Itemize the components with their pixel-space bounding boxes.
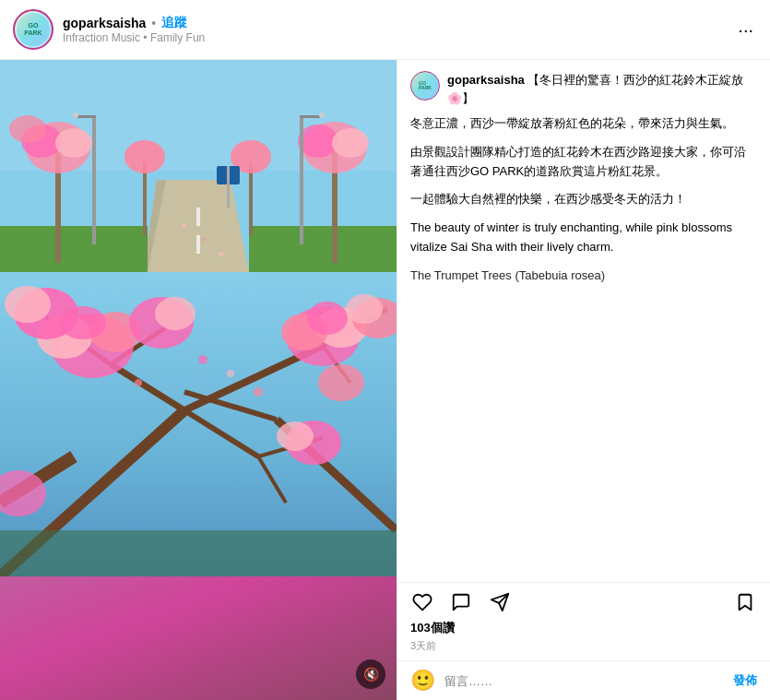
username-row: goparksaisha • 追蹤 <box>63 15 734 31</box>
sound-off-icon: 🔇 <box>363 667 379 682</box>
image-bottom: 🔇 <box>0 272 397 700</box>
post-body: 🔇 GOPARK goparksaisha 【冬日裡的驚喜！西沙的紅花鈴木正綻放… <box>0 60 770 700</box>
comment-button[interactable] <box>449 590 473 614</box>
svg-rect-25 <box>300 115 320 118</box>
svg-point-61 <box>277 421 314 451</box>
more-options-button[interactable]: ··· <box>734 20 757 39</box>
avatar-logo: GOPARK <box>17 13 50 46</box>
caption-avatar: GOPARK <box>410 71 440 101</box>
time-ago: 3天前 <box>397 638 770 660</box>
svg-point-29 <box>182 224 187 228</box>
svg-point-12 <box>9 115 46 143</box>
svg-point-23 <box>73 113 78 118</box>
sound-off-badge[interactable]: 🔇 <box>356 659 385 689</box>
svg-point-64 <box>198 355 207 364</box>
bookmark-icon <box>735 592 755 612</box>
svg-point-31 <box>219 252 224 255</box>
caption-paragraph-5: The Trumpet Trees (Tabebuia rosea) <box>410 267 757 286</box>
caption-paragraph-3: 一起體驗大自然裡的快樂，在西沙感受冬天的活力！ <box>410 190 757 209</box>
svg-point-18 <box>124 140 165 173</box>
svg-point-65 <box>135 379 142 386</box>
caption-body: 冬意正濃，西沙一帶綻放著粉紅色的花朵，帶來活力與生氣。 由景觀設計團隊精心打造的… <box>397 114 770 582</box>
avatar: GOPARK <box>13 9 53 50</box>
svg-rect-24 <box>300 115 303 244</box>
svg-rect-22 <box>76 115 96 118</box>
svg-rect-68 <box>0 530 397 576</box>
caption-text: goparksaisha 【冬日裡的驚喜！西沙的紅花鈴木正綻放🌸】 <box>447 71 757 107</box>
svg-point-30 <box>201 239 205 242</box>
svg-point-48 <box>307 302 348 335</box>
caption-header: GOPARK goparksaisha 【冬日裡的驚喜！西沙的紅花鈴木正綻放🌸】 <box>397 60 770 114</box>
svg-point-16 <box>332 128 369 158</box>
share-button[interactable] <box>488 590 512 614</box>
svg-point-58 <box>155 297 195 330</box>
svg-point-54 <box>5 286 51 323</box>
svg-rect-28 <box>227 166 230 208</box>
username: goparksaisha <box>63 16 146 30</box>
svg-rect-6 <box>0 226 148 272</box>
caption-username: goparksaisha <box>447 73 525 87</box>
header-info: goparksaisha • 追蹤 Infraction Music • Fam… <box>63 15 734 44</box>
heart-icon <box>412 592 432 612</box>
like-button[interactable] <box>410 590 434 614</box>
likes-count: 103個讚 <box>397 618 770 638</box>
svg-point-56 <box>346 294 383 324</box>
svg-point-62 <box>254 387 263 397</box>
svg-point-11 <box>55 128 92 158</box>
svg-point-26 <box>319 113 325 118</box>
share-icon <box>490 592 510 612</box>
comment-icon <box>451 592 471 612</box>
images-side: 🔇 <box>0 60 397 700</box>
caption-paragraph-1: 冬意正濃，西沙一帶綻放著粉紅色的花朵，帶來活力與生氣。 <box>410 114 757 134</box>
emoji-button[interactable]: 🙂 <box>410 669 435 693</box>
post-header: GOPARK goparksaisha • 追蹤 Infraction Musi… <box>0 0 770 60</box>
follow-button[interactable]: 追蹤 <box>161 15 187 31</box>
comment-bar: 🙂 發佈 <box>397 660 770 700</box>
caption-paragraph-2: 由景觀設計團隊精心打造的紅花鈴木在西沙路迎接大家，你可沿著通往西沙GO PARK… <box>410 143 757 182</box>
comment-input[interactable] <box>444 674 724 688</box>
svg-rect-4 <box>196 208 200 226</box>
post-comment-button[interactable]: 發佈 <box>733 672 757 689</box>
caption-paragraph-4: The beauty of winter is truly enchanting… <box>410 219 757 257</box>
header-subtitle: Infraction Music • Family Fun <box>63 31 734 44</box>
image-top <box>0 60 397 272</box>
svg-point-59 <box>318 364 364 401</box>
svg-rect-5 <box>196 235 200 254</box>
svg-rect-7 <box>249 226 397 272</box>
actions-bar <box>397 582 770 618</box>
svg-rect-21 <box>92 115 96 244</box>
bullet-separator: • <box>151 16 156 30</box>
post-container: GOPARK goparksaisha • 追蹤 Infraction Musi… <box>0 0 770 700</box>
svg-point-63 <box>227 370 234 377</box>
caption-side: GOPARK goparksaisha 【冬日裡的驚喜！西沙的紅花鈴木正綻放🌸】… <box>397 60 770 700</box>
bookmark-button[interactable] <box>733 590 757 614</box>
